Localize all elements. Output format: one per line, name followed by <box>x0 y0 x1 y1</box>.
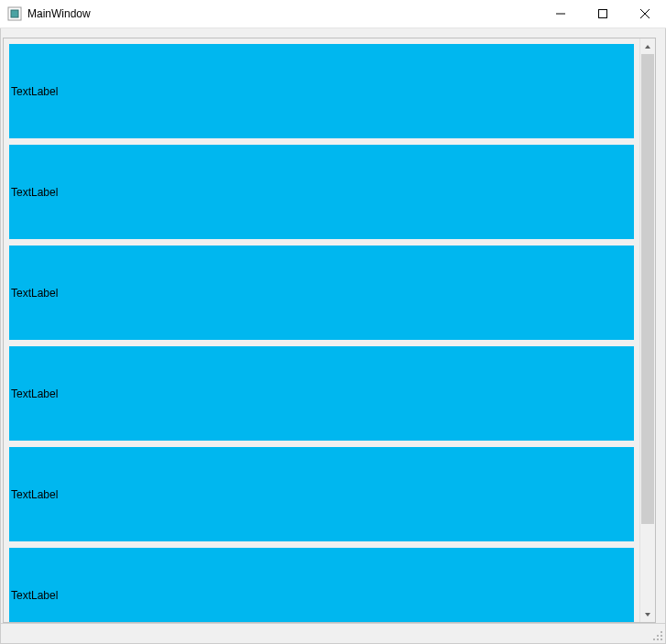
label-text: TextLabel <box>11 488 58 501</box>
title-bar: MainWindow <box>0 0 666 28</box>
window-title: MainWindow <box>27 7 91 20</box>
text-label: TextLabel <box>9 548 634 622</box>
svg-rect-3 <box>599 10 607 18</box>
scrollbar-thumb[interactable] <box>641 54 654 524</box>
status-bar <box>1 623 665 643</box>
scroll-down-arrow-icon[interactable] <box>640 606 655 622</box>
scroll-up-arrow-icon[interactable] <box>640 38 655 54</box>
vertical-scrollbar[interactable] <box>639 38 655 622</box>
svg-point-8 <box>661 631 662 633</box>
svg-rect-1 <box>11 10 18 17</box>
text-label: TextLabel <box>9 447 634 541</box>
text-label: TextLabel <box>9 246 634 340</box>
label-text: TextLabel <box>11 287 58 300</box>
label-text: TextLabel <box>11 85 58 98</box>
size-grip-icon[interactable] <box>650 628 663 641</box>
svg-point-13 <box>661 639 662 640</box>
app-icon <box>7 6 22 21</box>
close-button[interactable] <box>624 0 666 28</box>
scrollbar-track[interactable] <box>640 54 655 606</box>
scroll-content: TextLabel TextLabel TextLabel TextLabel … <box>4 38 639 622</box>
svg-point-11 <box>653 639 655 640</box>
svg-marker-6 <box>645 45 650 49</box>
svg-point-10 <box>661 635 662 637</box>
minimize-button[interactable] <box>540 0 582 28</box>
label-text: TextLabel <box>11 186 58 199</box>
label-text: TextLabel <box>11 387 58 400</box>
text-label: TextLabel <box>9 145 634 239</box>
text-label: TextLabel <box>9 44 634 138</box>
label-text: TextLabel <box>11 589 58 602</box>
svg-marker-7 <box>645 613 650 617</box>
scroll-area: TextLabel TextLabel TextLabel TextLabel … <box>3 38 656 623</box>
svg-point-12 <box>657 639 659 640</box>
window-body: TextLabel TextLabel TextLabel TextLabel … <box>0 28 666 644</box>
scroll-viewport: TextLabel TextLabel TextLabel TextLabel … <box>4 38 639 622</box>
text-label: TextLabel <box>9 346 634 441</box>
svg-point-9 <box>657 635 659 637</box>
maximize-button[interactable] <box>582 0 624 28</box>
